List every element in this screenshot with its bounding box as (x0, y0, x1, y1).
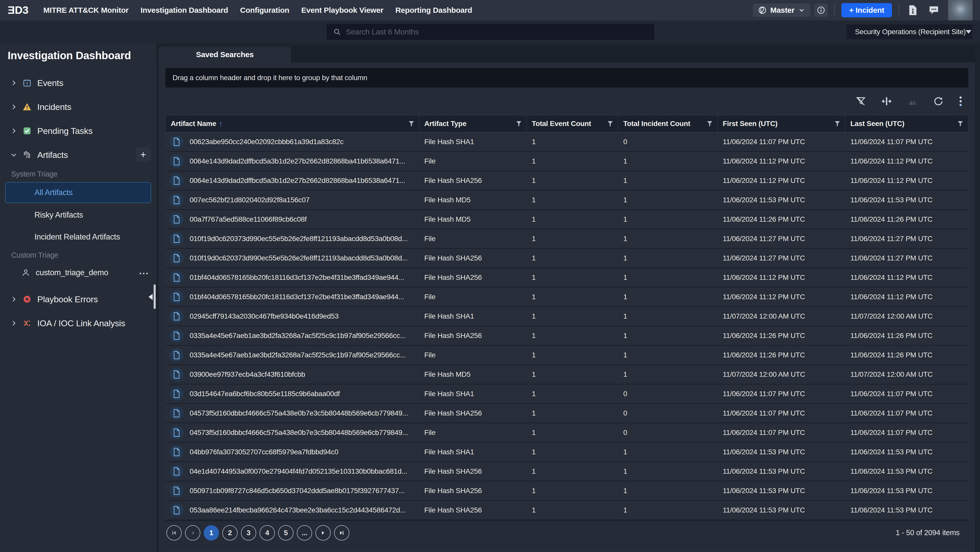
artifact-name[interactable]: 010f19d0c620373d990ec55e5b26e2fe8ff12119… (165, 249, 419, 268)
artifact-name-text[interactable]: 053aa86ee214fbecba966264c473bee2e3ba6cc1… (189, 506, 406, 514)
filter-funnel-icon[interactable] (834, 121, 840, 127)
topnav-item[interactable]: Configuration (240, 6, 290, 14)
sidebar-item-incident-related-artifacts[interactable]: Incident Related Artifacts (0, 226, 156, 248)
artifact-name-text[interactable]: 0335a4e45e67aeb1ae3bd2fa3268a7ac5f25c9c1… (189, 351, 406, 359)
info-button[interactable] (815, 3, 828, 17)
artifact-name-text[interactable]: 02945cff79143a2030c467fbe934b0e416d9ed53 (189, 312, 339, 320)
filter-funnel-icon[interactable] (408, 121, 414, 127)
sidebar-item-custom-triage-demo[interactable]: custom_triage_demo ... (0, 262, 156, 283)
resize-columns-icon[interactable] (881, 96, 892, 106)
tab-saved-searches[interactable]: Saved Searches (159, 47, 291, 62)
artifact-name-text[interactable]: 0064e143d9dad2dffbcd5a3b1d2e27b2662d8286… (189, 176, 405, 185)
filter-funnel-icon[interactable] (957, 121, 963, 127)
documentation-icon[interactable] (908, 5, 918, 16)
table-row[interactable]: 04e1d40744953a0f0070e279404f4fd7d052135e… (165, 462, 968, 481)
artifact-name-text[interactable]: 03d154647ea6bcf6bc80b55e1185c9b6abaa00df (189, 390, 340, 398)
artifact-name[interactable]: 010f19d0c620373d990ec55e5b26e2fe8ff12119… (165, 229, 419, 248)
table-row[interactable]: 0064e143d9dad2dffbcd5a3b1d2e27b2662d8286… (165, 152, 968, 171)
column-header-last-seen[interactable]: Last Seen (UTC) (845, 115, 968, 132)
filter-funnel-icon[interactable] (607, 121, 613, 127)
more-options-icon[interactable]: ... (139, 266, 149, 276)
chat-icon[interactable] (929, 5, 939, 15)
artifact-name[interactable]: 02945cff79143a2030c467fbe934b0e416d9ed53 (165, 307, 419, 326)
first-page-button[interactable] (166, 525, 182, 541)
artifact-name-text[interactable]: 010f19d0c620373d990ec55e5b26e2fe8ff12119… (189, 254, 408, 262)
table-row[interactable]: 010f19d0c620373d990ec55e5b26e2fe8ff12119… (165, 229, 968, 249)
table-row[interactable]: 0335a4e45e67aeb1ae3bd2fa3268a7ac5f25c9c1… (165, 326, 968, 346)
chevron-right-icon[interactable] (10, 103, 18, 111)
table-row[interactable]: 04573f5d160dbbcf4666c575a438e0b7e3c5b804… (165, 404, 968, 423)
site-selector[interactable]: Security Operations (Recipient Site) (846, 24, 972, 39)
table-row[interactable]: 04573f5d160dbbcf4666c575a438e0b7e3c5b804… (165, 423, 968, 443)
artifact-name[interactable]: 00623abe950cc240e02092cbbb61a39d1a83c82c (165, 132, 419, 151)
table-row[interactable]: 03900ee97f937ecb4a3cf43f610bfcbbFile Has… (165, 365, 968, 384)
clear-filter-icon[interactable] (856, 96, 866, 106)
table-row[interactable]: 04bb976fa3073052707cc68f5979ea7fdbbd94c0… (165, 443, 968, 462)
sidebar-item-events[interactable]: Events (0, 71, 156, 95)
chevron-right-icon[interactable] (10, 127, 18, 135)
analytics-icon[interactable] (907, 96, 918, 106)
more-options-icon[interactable] (959, 96, 963, 107)
sidebar-item-incidents[interactable]: Incidents (0, 95, 156, 119)
artifact-name[interactable]: 01bf404d06578165bb20fc18116d3cf137e2be4f… (165, 287, 419, 306)
table-row[interactable]: 0064e143d9dad2dffbcd5a3b1d2e27b2662d8286… (165, 171, 968, 190)
table-row[interactable]: 007ec562bf21d8020402d92f8a156c07File Has… (165, 190, 968, 210)
chevron-down-icon[interactable] (10, 151, 18, 159)
filter-funnel-icon[interactable] (707, 121, 713, 127)
table-row[interactable]: 050971cb09f8727c846d5cb650d37042ddd5ae8b… (165, 481, 968, 501)
artifact-name-text[interactable]: 01bf404d06578165bb20fc18116d3cf137e2be4f… (189, 293, 404, 301)
sidebar-item-risky-artifacts[interactable]: Risky Artifacts (0, 204, 156, 226)
artifact-name-text[interactable]: 04573f5d160dbbcf4666c575a438e0b7e3c5b804… (189, 428, 408, 437)
artifact-name[interactable]: 04e1d40744953a0f0070e279404f4fd7d052135e… (165, 462, 419, 481)
topnav-item[interactable]: MITRE ATT&CK Monitor (43, 6, 129, 14)
table-row[interactable]: 0335a4e45e67aeb1ae3bd2fa3268a7ac5f25c9c1… (165, 346, 968, 365)
artifact-name-text[interactable]: 03900ee97f937ecb4a3cf43f610bfcbb (189, 370, 305, 379)
environment-selector[interactable]: Master (753, 3, 810, 17)
table-row[interactable]: 053aa86ee214fbecba966264c473bee2e3ba6cc1… (165, 501, 968, 520)
last-page-button[interactable] (334, 525, 349, 541)
artifact-name-text[interactable]: 010f19d0c620373d990ec55e5b26e2fe8ff12119… (189, 235, 408, 243)
artifact-name[interactable]: 03900ee97f937ecb4a3cf43f610bfcbb (165, 365, 419, 384)
add-artifact-triage-button[interactable]: + (136, 147, 151, 162)
chevron-right-icon[interactable] (10, 79, 18, 86)
artifact-name[interactable]: 0064e143d9dad2dffbcd5a3b1d2e27b2662d8286… (165, 152, 419, 171)
artifact-name[interactable]: 0335a4e45e67aeb1ae3bd2fa3268a7ac5f25c9c1… (165, 326, 419, 345)
previous-page-button[interactable] (185, 525, 200, 541)
sidebar-collapse-handle[interactable] (148, 294, 153, 300)
next-page-button[interactable] (315, 525, 331, 541)
page-ellipsis-button[interactable]: ... (297, 525, 312, 541)
table-row[interactable]: 00623abe950cc240e02092cbbb61a39d1a83c82c… (165, 132, 968, 152)
refresh-icon[interactable] (933, 96, 944, 106)
user-avatar[interactable] (948, 0, 973, 21)
artifact-name[interactable]: 03d154647ea6bcf6bc80b55e1185c9b6abaa00df (165, 384, 419, 403)
artifact-name[interactable]: 0335a4e45e67aeb1ae3bd2fa3268a7ac5f25c9c1… (165, 346, 419, 365)
artifact-name-text[interactable]: 04e1d40744953a0f0070e279404f4fd7d052135e… (189, 467, 407, 476)
topnav-item[interactable]: Investigation Dashboard (141, 6, 228, 14)
add-incident-button[interactable]: + Incident (842, 3, 892, 17)
table-row[interactable]: 00a7f767a5ed588ce11066f89cb6c08fFile Has… (165, 210, 968, 229)
artifact-name-text[interactable]: 00623abe950cc240e02092cbbb61a39d1a83c82c (189, 138, 344, 146)
group-by-drop-zone[interactable]: Drag a column header and drop it here to… (165, 68, 968, 87)
sidebar-item-all-artifacts[interactable]: All Artifacts (5, 182, 151, 203)
page-5-button[interactable]: 5 (278, 525, 293, 541)
sidebar-item-playbook-errors[interactable]: Playbook Errors (0, 287, 156, 311)
page-2-button[interactable]: 2 (222, 525, 238, 541)
artifact-name[interactable]: 053aa86ee214fbecba966264c473bee2e3ba6cc1… (165, 501, 419, 520)
sidebar-scrollbar-thumb[interactable] (154, 284, 156, 309)
column-header-artifact-type[interactable]: Artifact Type (419, 115, 527, 132)
filter-funnel-icon[interactable] (516, 121, 522, 127)
table-row[interactable]: 03d154647ea6bcf6bc80b55e1185c9b6abaa00df… (165, 384, 968, 404)
column-header-first-seen[interactable]: First Seen (UTC) (718, 115, 845, 132)
sidebar-item-ioa-ioc-link-analysis[interactable]: IOA / IOC Link Analysis (0, 311, 156, 335)
artifact-name-text[interactable]: 04573f5d160dbbcf4666c575a438e0b7e3c5b804… (189, 409, 408, 417)
sidebar-item-pending-tasks[interactable]: Pending Tasks (0, 119, 156, 143)
artifact-name[interactable]: 04573f5d160dbbcf4666c575a438e0b7e3c5b804… (165, 404, 419, 423)
column-header-total-incident-count[interactable]: Total Incident Count (618, 115, 718, 132)
chevron-right-icon[interactable] (10, 320, 18, 327)
sidebar-item-artifacts[interactable]: Artifacts + (0, 143, 156, 167)
table-row[interactable]: 02945cff79143a2030c467fbe934b0e416d9ed53… (165, 307, 968, 326)
artifact-name[interactable]: 04bb976fa3073052707cc68f5979ea7fdbbd94c0 (165, 443, 419, 462)
artifact-name[interactable]: 0064e143d9dad2dffbcd5a3b1d2e27b2662d8286… (165, 171, 419, 190)
page-3-button[interactable]: 3 (241, 525, 256, 541)
search-input[interactable] (346, 27, 639, 36)
